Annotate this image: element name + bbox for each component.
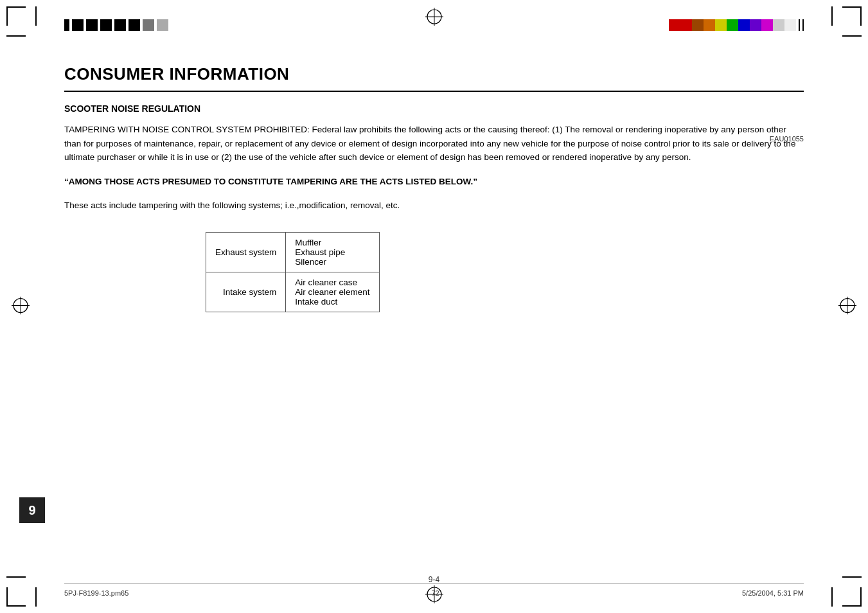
exhaust-system-label: Exhaust system (206, 232, 286, 272)
accent-line-hbl (6, 576, 26, 578)
accent-line-vbl (35, 587, 37, 607)
corner-bracket-bl (6, 587, 26, 607)
systems-table: Exhaust system MufflerExhaust pipeSilenc… (206, 232, 380, 312)
top-color-strip-right (669, 19, 804, 31)
reg-mark-top (425, 8, 443, 28)
accent-line-htl (6, 35, 26, 37)
body-paragraph-1: TAMPERING WITH NOISE CONTROL SYSTEM PROH… (64, 123, 804, 164)
page-number-box: 9 (19, 497, 45, 523)
top-color-strip-left (64, 19, 171, 31)
reg-mark-left (12, 297, 30, 317)
accent-line-vbr (831, 587, 833, 607)
bottom-left-label: 5PJ-F8199-13.pm65 (64, 589, 128, 597)
bottom-page-number: 9-4 (429, 575, 439, 584)
title-divider (64, 91, 804, 92)
corner-bracket-tl (6, 6, 26, 26)
table-row-exhaust: Exhaust system MufflerExhaust pipeSilenc… (206, 232, 380, 272)
corner-bracket-tr (842, 6, 862, 26)
ref-code: EAU01055 (770, 135, 804, 143)
intake-system-label: Intake system (206, 272, 286, 312)
body-paragraph-2: These acts include tampering with the fo… (64, 199, 804, 213)
section-title: SCOOTER NOISE REGULATION (64, 103, 804, 114)
exhaust-components: MufflerExhaust pipeSilencer (286, 232, 379, 272)
accent-line-htr (842, 35, 862, 37)
corner-bracket-br (842, 587, 862, 607)
reg-mark-right (838, 297, 856, 317)
page-container: CONSUMER INFORMATION EAU01055 SCOOTER NO… (0, 0, 868, 613)
main-content: CONSUMER INFORMATION EAU01055 SCOOTER NO… (64, 64, 804, 562)
bottom-middle-num: 72 (432, 589, 439, 597)
bottom-right-label: 5/25/2004, 5:31 PM (742, 589, 804, 597)
accent-line-hbr (842, 576, 862, 578)
accent-line-vtr (831, 6, 833, 26)
accent-line-vtl (35, 6, 37, 26)
intake-components: Air cleaner caseAir cleaner elementIntak… (286, 272, 379, 312)
page-title: CONSUMER INFORMATION (64, 64, 804, 84)
quote-text: “AMONG THOSE ACTS PRESUMED TO CONSTITUTE… (64, 175, 804, 189)
table-row-intake: Intake system Air cleaner caseAir cleane… (206, 272, 380, 312)
bottom-bar: 5PJ-F8199-13.pm65 72 5/25/2004, 5:31 PM (64, 583, 804, 597)
